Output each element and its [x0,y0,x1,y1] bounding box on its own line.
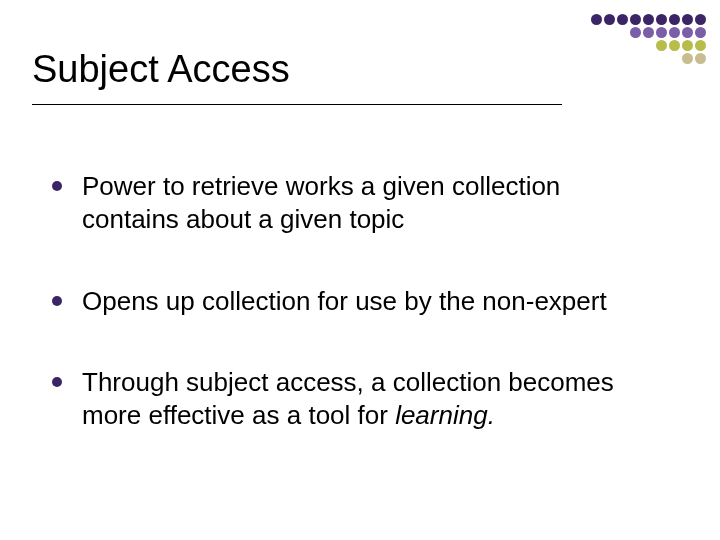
bullet-list: Power to retrieve works a given collecti… [52,170,652,480]
bullet-text: Through subject access, a collection bec… [82,366,652,433]
decor-dot [630,14,641,25]
decor-dot [682,27,693,38]
bullet-icon [52,377,62,387]
decor-dot [591,14,602,25]
bullet-text: Power to retrieve works a given collecti… [82,170,652,237]
decor-dot [669,14,680,25]
bullet-icon [52,296,62,306]
decor-dot [682,53,693,64]
list-item: Power to retrieve works a given collecti… [52,170,652,237]
title-underline [32,104,562,105]
decor-dot [682,40,693,51]
decor-dot [643,27,654,38]
decor-dot [695,40,706,51]
slide-title: Subject Access [32,48,290,91]
decor-dot [682,14,693,25]
decor-dot [695,53,706,64]
decor-dot [656,14,667,25]
bullet-text: Opens up collection for use by the non-e… [82,285,607,318]
decor-dot [695,14,706,25]
decor-dot [617,14,628,25]
decor-dot [656,27,667,38]
bullet-icon [52,181,62,191]
decor-dot [669,40,680,51]
decor-dot [643,14,654,25]
decor-dot-grid [591,14,706,64]
list-item: Through subject access, a collection bec… [52,366,652,433]
decor-dot [656,40,667,51]
list-item: Opens up collection for use by the non-e… [52,285,652,318]
decor-dot [695,27,706,38]
decor-dot [630,27,641,38]
decor-dot [604,14,615,25]
decor-dot [669,27,680,38]
